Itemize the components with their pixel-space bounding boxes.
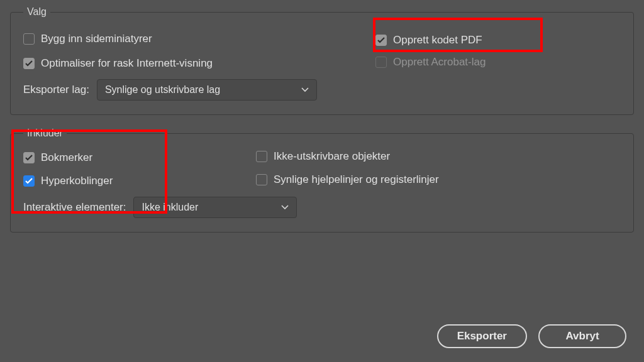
export-layers-select[interactable]: Synlige og utskrivbare lag: [97, 79, 317, 101]
checkbox-box-icon: [256, 151, 267, 162]
check-icon: [25, 155, 33, 161]
checkbox-box-icon: [375, 57, 387, 68]
options-legend: Valg: [23, 6, 50, 18]
create-tagged-pdf-checkbox[interactable]: Opprett kodet PDF: [375, 34, 482, 47]
check-icon: [25, 60, 33, 67]
checkbox-box-icon: [256, 174, 267, 185]
optimize-fast-web-label: Optimaliser for rask Internett-visning: [41, 57, 213, 70]
export-button[interactable]: Eksporter: [437, 324, 527, 348]
interactive-elements-select[interactable]: Ikke inkluder: [133, 197, 297, 218]
options-group: Valg Bygg inn sideminiatyrer Opprett kod…: [10, 6, 634, 115]
create-acrobat-layers-checkbox: Opprett Acrobat-lag: [375, 56, 486, 69]
embed-thumbnails-checkbox[interactable]: Bygg inn sideminiatyrer: [23, 33, 152, 45]
checkbox-box-icon: [23, 58, 35, 69]
create-acrobat-layers-label: Opprett Acrobat-lag: [393, 56, 486, 69]
visible-guides-label: Synlige hjelpelinjer og registerlinjer: [274, 173, 439, 186]
optimize-fast-web-checkbox[interactable]: Optimaliser for rask Internett-visning: [23, 57, 213, 70]
interactive-elements-label: Interaktive elementer:: [23, 201, 126, 214]
include-group: Inkluder Bokmerker Ikke-utskrivbare obje…: [10, 128, 634, 233]
hyperlinks-label: Hyperkoblinger: [41, 175, 113, 187]
bookmarks-label: Bokmerker: [41, 151, 92, 164]
nonprintable-objects-checkbox[interactable]: Ikke-utskrivbare objekter: [256, 150, 390, 163]
bookmarks-checkbox[interactable]: Bokmerker: [23, 151, 92, 164]
include-legend: Inkluder: [23, 128, 67, 139]
checkbox-box-icon: [23, 33, 35, 45]
embed-thumbnails-label: Bygg inn sideminiatyrer: [41, 33, 152, 45]
export-layers-label: Eksporter lag:: [23, 84, 89, 96]
cancel-button[interactable]: Avbryt: [538, 324, 626, 348]
check-icon: [25, 178, 33, 184]
checkbox-box-icon: [23, 175, 35, 187]
check-icon: [377, 37, 385, 43]
chevron-down-icon: [301, 87, 309, 92]
create-tagged-pdf-label: Opprett kodet PDF: [393, 34, 482, 47]
hyperlinks-checkbox[interactable]: Hyperkoblinger: [23, 175, 113, 187]
export-layers-value: Synlige og utskrivbare lag: [105, 84, 220, 96]
checkbox-box-icon: [23, 152, 35, 163]
visible-guides-checkbox[interactable]: Synlige hjelpelinjer og registerlinjer: [256, 173, 439, 186]
nonprintable-objects-label: Ikke-utskrivbare objekter: [274, 150, 390, 163]
chevron-down-icon: [281, 205, 289, 210]
dialog-buttons: Eksporter Avbryt: [437, 324, 626, 348]
interactive-elements-value: Ikke inkluder: [142, 202, 198, 213]
checkbox-box-icon: [375, 35, 387, 46]
